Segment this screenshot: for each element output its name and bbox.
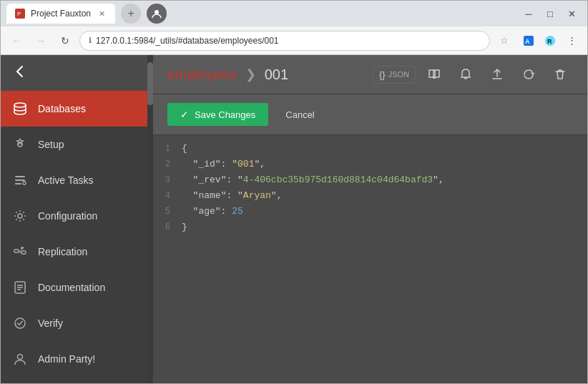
line-number-6: 6: [153, 222, 182, 232]
bookmark-button[interactable]: ☆: [494, 31, 514, 51]
svg-rect-11: [15, 183, 21, 184]
svg-text:R: R: [547, 38, 552, 45]
breadcrumb: employees ❯ 001: [167, 67, 288, 83]
tab-favicon: P: [15, 9, 25, 19]
line-content-6: }: [182, 222, 187, 232]
sidebar-item-setup-label: Setup: [38, 139, 64, 150]
line-number-2: 2: [153, 159, 182, 169]
json-editor[interactable]: 1 { 2 "_id": "001", 3: [153, 135, 587, 383]
save-changes-button[interactable]: ✓ Save Changes: [167, 103, 268, 126]
svg-rect-14: [14, 250, 19, 252]
code-line-6: 6 }: [153, 221, 587, 237]
action-bar: ✓ Save Changes Cancel: [153, 94, 587, 135]
close-button[interactable]: ✕: [562, 4, 582, 24]
header-actions: {} JSON: [373, 61, 573, 87]
book-icon-button[interactable]: [421, 61, 447, 87]
verify-icon: [12, 316, 28, 330]
vertical-scrollbar[interactable]: [147, 55, 153, 383]
sidebar-item-documentation-label: Documentation: [38, 282, 105, 293]
line-number-5: 5: [153, 207, 182, 217]
sidebar-item-setup[interactable]: Setup: [1, 127, 147, 162]
main-content: employees ❯ 001 {} JSON: [147, 55, 587, 383]
cancel-label: Cancel: [285, 109, 314, 120]
back-arrow-icon: [12, 64, 28, 83]
configuration-icon: [12, 209, 28, 223]
line-content-4: "name": "Aryan",: [182, 190, 282, 201]
code-line-1: 1 {: [153, 142, 587, 158]
breadcrumb-separator: ❯: [245, 67, 256, 82]
code-line-5: 5 "age": 25: [153, 205, 587, 221]
line-content-3: "_rev": "4-406cbc35b975d160d8814c04d64ba…: [182, 174, 444, 185]
svg-rect-9: [15, 176, 25, 177]
trash-icon-button[interactable]: [547, 61, 573, 87]
svg-point-2: [155, 10, 159, 14]
sidebar-item-configuration-label: Configuration: [38, 210, 97, 222]
code-line-4: 4 "name": "Aryan",: [153, 189, 587, 205]
sidebar-item-replication[interactable]: Replication: [1, 234, 147, 270]
chrome-menu-button[interactable]: ⋮: [562, 31, 582, 51]
app-content: Databases Setup Active Tasks Configurati…: [1, 55, 587, 383]
setup-icon: [12, 137, 28, 152]
new-tab-button[interactable]: +: [121, 4, 141, 24]
upload-icon-button[interactable]: [484, 61, 510, 87]
maximize-button[interactable]: □: [540, 4, 560, 24]
bell-icon-button[interactable]: [453, 61, 479, 87]
code-line-2: 2 "_id": "001",: [153, 158, 587, 174]
tab-title: Project Fauxton: [31, 9, 91, 19]
json-format-toggle[interactable]: {} JSON: [373, 66, 416, 84]
title-bar: P Project Fauxton ✕ + ─ □ ✕: [1, 1, 587, 26]
browser-tab[interactable]: P Project Fauxton ✕: [6, 4, 115, 24]
save-changes-label: Save Changes: [195, 109, 255, 120]
sidebar-item-databases[interactable]: Databases: [1, 91, 147, 127]
url-text: 127.0.0.1:5984/_utils/#database/employee…: [96, 36, 481, 46]
line-number-3: 3: [153, 175, 182, 185]
databases-icon: [12, 102, 28, 116]
json-label: JSON: [388, 70, 409, 79]
refresh-icon-button[interactable]: [516, 61, 542, 87]
sidebar-back-button[interactable]: [1, 55, 147, 91]
sidebar-item-verify[interactable]: Verify: [1, 305, 147, 341]
code-editor-area[interactable]: 1 { 2 "_id": "001", 3: [153, 135, 587, 383]
check-icon: ✓: [180, 109, 189, 120]
extension-icon-2[interactable]: R: [540, 31, 560, 51]
sidebar-item-databases-label: Databases: [38, 103, 86, 114]
tab-close-button[interactable]: ✕: [97, 9, 107, 19]
sidebar-item-admin[interactable]: Admin Party!: [1, 341, 147, 377]
svg-text:P: P: [17, 11, 21, 17]
sidebar-item-active-tasks-label: Active Tasks: [38, 174, 94, 186]
sidebar-item-verify-label: Verify: [38, 317, 63, 329]
svg-rect-15: [21, 251, 26, 254]
extension-icon-1[interactable]: A: [519, 31, 539, 51]
line-content-1: {: [182, 143, 187, 154]
lock-icon: ℹ: [89, 36, 92, 45]
minimize-button[interactable]: ─: [519, 4, 539, 24]
line-number-1: 1: [153, 144, 182, 154]
sidebar-item-replication-label: Replication: [38, 246, 87, 257]
profile-icon[interactable]: [147, 4, 167, 24]
active-tasks-icon: [12, 173, 28, 187]
back-button[interactable]: ←: [6, 31, 26, 51]
browser-toolbar: ← → ↻ ℹ 127.0.0.1:5984/_utils/#database/…: [1, 26, 587, 55]
admin-icon: [12, 352, 28, 366]
document-header: employees ❯ 001 {} JSON: [153, 55, 587, 94]
documentation-icon: [12, 280, 28, 295]
breadcrumb-database: employees: [167, 67, 237, 83]
forward-button[interactable]: →: [31, 31, 51, 51]
cancel-button[interactable]: Cancel: [277, 104, 323, 126]
sidebar-item-configuration[interactable]: Configuration: [1, 198, 147, 234]
reload-button[interactable]: ↻: [55, 31, 75, 51]
svg-rect-12: [23, 182, 26, 184]
svg-point-18: [18, 355, 23, 360]
svg-point-13: [18, 214, 22, 218]
sidebar-item-active-tasks[interactable]: Active Tasks: [1, 162, 147, 198]
svg-rect-10: [15, 179, 25, 181]
json-brace-icon: {}: [379, 69, 386, 80]
line-content-5: "age": 25: [182, 206, 243, 217]
svg-point-7: [14, 103, 26, 107]
sidebar-item-documentation[interactable]: Documentation: [1, 270, 147, 305]
scrollbar-thumb[interactable]: [147, 62, 153, 105]
address-bar[interactable]: ℹ 127.0.0.1:5984/_utils/#database/employ…: [79, 31, 490, 51]
line-number-4: 4: [153, 191, 182, 201]
code-line-3: 3 "_rev": "4-406cbc35b975d160d8814c04d64…: [153, 174, 587, 189]
sidebar: Databases Setup Active Tasks Configurati…: [1, 55, 147, 383]
